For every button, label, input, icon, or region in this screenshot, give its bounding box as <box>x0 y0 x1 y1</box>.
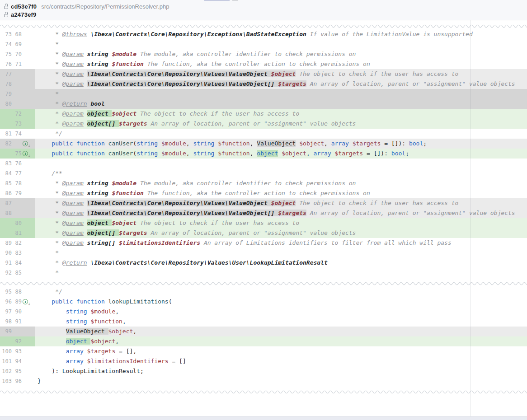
diff-header: cd53e7f0 src/contracts/Repository/Permis… <box>0 0 527 20</box>
code-line[interactable]: 87 * @param \Ibexa\Contracts\Core\Reposi… <box>0 198 527 208</box>
code-line[interactable]: 8174 */ <box>0 129 527 139</box>
code-line[interactable]: 7469 * <box>0 39 527 49</box>
code-line[interactable]: 9184 * @return \Ibexa\Contracts\Core\Rep… <box>0 258 527 268</box>
line-number-old: 96 <box>1 297 12 307</box>
gutter-icon-slot <box>23 121 30 127</box>
code-line[interactable]: 75I↓ public function canUser(string $mod… <box>0 149 527 159</box>
collapsed-region-separator[interactable] <box>0 386 527 395</box>
code-content: * @param string[] $limitationsIdentifier… <box>35 238 527 248</box>
implemented-method-icon[interactable]: I↓ <box>23 141 28 147</box>
gutter-icon-slot <box>23 131 30 137</box>
code-line[interactable]: 9891 string $function, <box>0 317 527 327</box>
line-number-old: 73 <box>1 29 12 39</box>
line-number-old: 74 <box>1 39 12 49</box>
implemented-method-icon[interactable]: I↓ <box>23 299 28 305</box>
code-content: * @return bool <box>35 99 527 109</box>
line-numbers: 80 <box>0 99 35 109</box>
code-line[interactable]: 9588 */ <box>0 287 527 297</box>
gutter-icon-slot <box>23 42 30 47</box>
code-line[interactable]: 82I↓ public function canUser(string $mod… <box>0 139 527 149</box>
diff-lines: 7368 * @throws \Ibexa\Contracts\Core\Rep… <box>0 20 527 395</box>
gutter-icon-slot <box>23 32 30 37</box>
line-number-new: 72 <box>13 109 22 119</box>
code-line[interactable]: 79 * <box>0 89 527 99</box>
code-line[interactable]: 73 * @param object[] $targets An array o… <box>0 119 527 129</box>
code-content: ValueObject $object, <box>35 327 527 336</box>
bottom-scrollbar-track[interactable] <box>0 416 527 420</box>
code-line[interactable]: 7671 * @param string $function The funct… <box>0 59 527 69</box>
gutter-icon-slot: I↓ <box>23 141 30 147</box>
code-line[interactable]: 9790 string $module, <box>0 307 527 317</box>
line-number-new: 76 <box>13 159 22 168</box>
lock-icon <box>4 12 9 18</box>
gutter-icon-slot <box>23 171 30 177</box>
code-line[interactable]: 7570 * @param string $module The module,… <box>0 49 527 59</box>
code-content: array $targets = [], <box>35 346 527 356</box>
gutter-icon-slot <box>23 270 30 276</box>
code-line[interactable]: 88 * @param \Ibexa\Contracts\Core\Reposi… <box>0 208 527 218</box>
line-numbers: 9285 <box>0 268 35 278</box>
code-line[interactable]: 10295 ): LookupLimitationResult; <box>0 366 527 376</box>
code-line[interactable]: 8982 * @param string[] $limitationsIdent… <box>0 238 527 248</box>
code-line[interactable]: 9689I↓ public function lookupLimitations… <box>0 297 527 307</box>
code-line[interactable]: 10194 array $limitationsIdentifiers = [] <box>0 356 527 366</box>
collapsed-region-separator[interactable] <box>0 278 527 287</box>
line-number-new: 71 <box>13 59 22 69</box>
commit-hash-new[interactable]: a2473ef9 <box>11 11 37 18</box>
line-number-new: 94 <box>13 356 22 366</box>
line-number-new: 96 <box>13 376 22 386</box>
code-content: * @param \Ibexa\Contracts\Core\Repositor… <box>35 79 527 89</box>
line-numbers: 9790 <box>0 307 35 317</box>
code-line[interactable]: 8376 <box>0 159 527 168</box>
implemented-method-icon[interactable]: I↓ <box>23 151 28 157</box>
gutter-icon-slot <box>23 309 30 315</box>
code-line[interactable]: 81 * @param object[] $targets An array o… <box>0 228 527 238</box>
code-content: * @param object[] $targets An array of l… <box>35 228 527 238</box>
code-line[interactable]: 8477 /** <box>0 168 527 178</box>
code-line[interactable]: 92 object $object, <box>0 336 527 346</box>
code-line[interactable]: 7368 * @throws \Ibexa\Contracts\Core\Rep… <box>0 29 527 39</box>
code-line[interactable]: 9285 * <box>0 268 527 278</box>
line-number-new: 90 <box>13 307 22 317</box>
code-line[interactable]: 80 * @param object $object The object to… <box>0 218 527 228</box>
code-line[interactable]: 8578 * @param string $module The module,… <box>0 178 527 188</box>
code-content: * <box>35 89 527 99</box>
gutter-icon-slot: I↓ <box>23 151 30 157</box>
code-content: public function canUser(string $module, … <box>35 149 527 159</box>
code-line[interactable]: 78 * @param \Ibexa\Contracts\Core\Reposi… <box>0 79 527 89</box>
line-number-new: 73 <box>13 119 22 129</box>
line-number-old: 103 <box>1 376 12 386</box>
diff-viewer-window: cd53e7f0 src/contracts/Repository/Permis… <box>0 0 527 420</box>
gutter-icon-slot: I↓ <box>23 299 30 305</box>
line-number-old: 95 <box>1 287 12 297</box>
code-line[interactable]: 99 ValueObject $object, <box>0 327 527 336</box>
line-number-old: 98 <box>1 317 12 327</box>
file-path-label: src/contracts/Repository/PermissionResol… <box>41 3 169 10</box>
line-number-old: 90 <box>1 248 12 258</box>
commit-hash-old[interactable]: cd53e7f0 <box>11 3 37 10</box>
line-numbers: 82I↓ <box>0 139 35 149</box>
code-line[interactable]: 80 * @return bool <box>0 99 527 109</box>
code-content: * @param string $function The function, … <box>35 188 527 198</box>
code-content: * @param \Ibexa\Contracts\Core\Repositor… <box>35 208 527 218</box>
line-numbers: 77 <box>0 69 35 79</box>
gutter-icon-slot <box>23 260 30 266</box>
collapsed-region-separator[interactable] <box>0 20 527 29</box>
code-line[interactable]: 9083 * <box>0 248 527 258</box>
gutter-icon-slot <box>23 369 30 374</box>
line-numbers: 9588 <box>0 287 35 297</box>
line-numbers: 10295 <box>0 366 35 376</box>
line-numbers: 72 <box>0 109 35 119</box>
code-line[interactable]: 8679 * @param string $function The funct… <box>0 188 527 198</box>
code-content: object $object, <box>35 336 527 346</box>
code-line[interactable]: 10396} <box>0 376 527 386</box>
line-numbers: 10396 <box>0 376 35 386</box>
line-numbers: 10093 <box>0 346 35 356</box>
code-line[interactable]: 72 * @param object $object The object to… <box>0 109 527 119</box>
line-numbers: 8477 <box>0 168 35 178</box>
code-content: string $function, <box>35 317 527 327</box>
code-line[interactable]: 77 * @param \Ibexa\Contracts\Core\Reposi… <box>0 69 527 79</box>
code-content: /** <box>35 168 527 178</box>
code-line[interactable]: 10093 array $targets = [], <box>0 346 527 356</box>
line-number-new: 83 <box>13 248 22 258</box>
